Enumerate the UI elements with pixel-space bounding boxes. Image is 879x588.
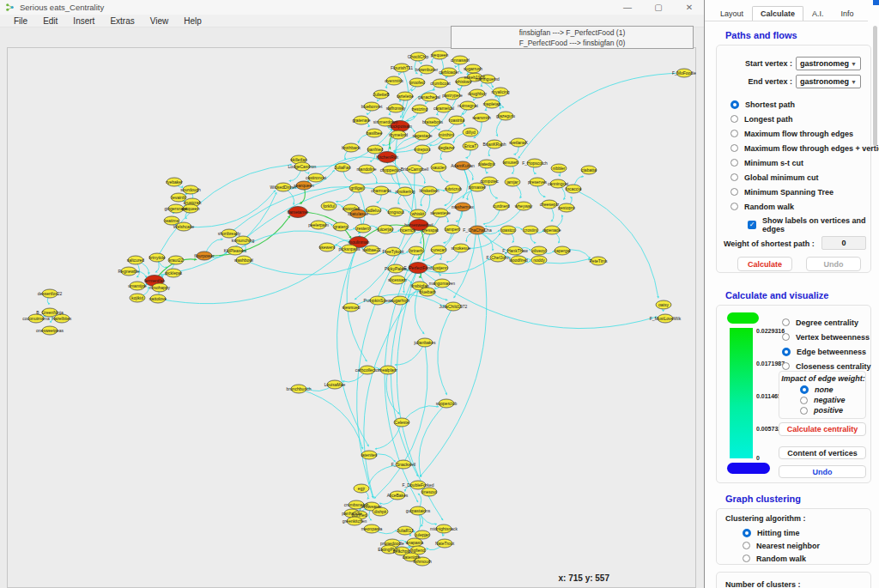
radio-icon xyxy=(743,542,750,549)
menu-help[interactable]: Help xyxy=(177,15,209,27)
undo-centrality-button[interactable]: Undo xyxy=(779,465,866,478)
graph-edge[interactable] xyxy=(299,389,363,449)
tab-info[interactable]: Info xyxy=(833,6,863,21)
radio-icon xyxy=(743,555,750,562)
path-info-line-2: F_PerfectFood ---> finsbigfan (0) xyxy=(452,38,693,48)
radio-icon xyxy=(730,188,738,196)
impact-option-none[interactable]: none xyxy=(800,385,846,395)
graph-node-label: kojikid xyxy=(131,295,143,300)
graph-node-label: F_DoubleForked xyxy=(402,482,433,488)
centrality-option-edge-betweenness[interactable]: Edge betweenness xyxy=(782,344,871,359)
tab-a-i[interactable]: A.I. xyxy=(803,6,833,21)
menu-insert[interactable]: Insert xyxy=(66,15,101,27)
impact-group: Impact of edge weight: nonenegativeposit… xyxy=(779,371,866,419)
maximize-icon[interactable]: ▢ xyxy=(652,3,664,12)
path-info-line-1: finsbigfan ---> F_PerfectFood (1) xyxy=(452,27,693,38)
graph-node-label: picklepat xyxy=(165,270,182,276)
calculate-button[interactable]: Calculate xyxy=(737,257,792,271)
graph-node-label: stirfried xyxy=(353,512,367,518)
centrality-option-degree-centrality[interactable]: Degree centrality xyxy=(782,315,871,330)
start-vertex-label: Start vertex : xyxy=(717,59,792,68)
end-vertex-select[interactable]: gastronomeg ▼ xyxy=(796,75,861,88)
graph-edge[interactable] xyxy=(518,73,684,158)
impact-option-label: negative xyxy=(814,396,846,404)
minimize-icon[interactable]: — xyxy=(621,3,633,12)
path-option-maximum-flow-through-edges[interactable]: Maximum flow through edges xyxy=(730,126,879,141)
path-option-minimum-s-t-cut[interactable]: Minimum s-t cut xyxy=(730,155,879,170)
graph-edge[interactable] xyxy=(463,166,468,198)
tab-calculate[interactable]: Calculate xyxy=(752,6,803,21)
clustering-option-hitting-time[interactable]: Hitting time xyxy=(743,526,820,539)
calculate-centrality-button[interactable]: Calculate centrality xyxy=(779,422,866,436)
graph-edge[interactable] xyxy=(573,189,658,298)
graph-edge[interactable] xyxy=(244,252,385,276)
path-option-label: Minimum s-t cut xyxy=(744,159,803,167)
path-options: Shortest pathLongest pathMaximum flow th… xyxy=(730,97,879,214)
graph-node-label: compotec xyxy=(480,179,499,184)
graph-node-label: meringuemd xyxy=(476,76,500,82)
graph-edge[interactable] xyxy=(337,242,369,446)
tab-layout[interactable]: Layout xyxy=(712,6,752,21)
graph-node-label: piequeen xyxy=(431,52,449,58)
network-graph[interactable]: dessertfox22B_GreenNinjacoconutmamahazel… xyxy=(7,47,696,588)
radio-icon xyxy=(800,397,808,404)
graph-node-label: tongsout xyxy=(387,209,404,215)
menu-edit[interactable]: Edit xyxy=(36,15,64,27)
graph-node-label: ciabatta xyxy=(581,167,597,173)
graph-node-label: ladleluv xyxy=(367,208,381,213)
impact-option-negative[interactable]: negative xyxy=(800,395,846,405)
graph-node-label: pitmaster xyxy=(469,185,487,190)
graph-node-label: searqueen xyxy=(294,183,314,188)
clustering-option-nearest-neighbor[interactable]: Nearest neighbor xyxy=(743,539,820,552)
graph-node-label: mashermax xyxy=(452,204,475,209)
graph-node-label: ryebaker xyxy=(166,179,183,185)
graph-node-label: finsbigfan xyxy=(410,283,429,288)
graph-node-label: homesweethstl xyxy=(404,222,433,227)
path-option-shortest-path[interactable]: Shortest path xyxy=(730,97,879,112)
radio-icon xyxy=(800,407,808,415)
clustering-option-random-walk[interactable]: Random walk xyxy=(743,552,820,565)
graph-edge[interactable] xyxy=(418,268,657,329)
graph-node-label: proofed xyxy=(410,80,425,85)
path-option-maximum-flow-through-edges-vertices[interactable]: Maximum flow through edges + vertices xyxy=(730,141,879,155)
show-labels-checkbox-row[interactable]: ✓ Show labels on vertices and edges xyxy=(748,216,870,233)
graph-node-label: graterg xyxy=(334,224,348,229)
graph-node-label: mirepoix xyxy=(415,147,431,152)
graph-edge[interactable] xyxy=(438,306,453,395)
checkbox-checked-icon[interactable]: ✓ xyxy=(748,221,756,229)
graph-node-label: ksmunching xyxy=(232,238,255,243)
scale-min-swatch xyxy=(727,463,770,474)
graph-node-label: castironcat xyxy=(306,175,327,180)
centrality-option-vertex-betweenness[interactable]: Vertex betweenness xyxy=(782,330,871,344)
close-icon[interactable]: ✕ xyxy=(683,3,695,12)
impact-option-positive[interactable]: positive xyxy=(800,405,846,415)
menu-file[interactable]: File xyxy=(7,15,34,27)
canvas-area: finsbigfan ---> F_PerfectFood (1) F_Perf… xyxy=(0,27,704,588)
path-option-longest-path[interactable]: Longest path xyxy=(730,112,879,126)
radio-icon xyxy=(730,144,738,152)
graph-node-label: AliceBakes xyxy=(387,493,409,498)
path-option-label: Longest path xyxy=(744,115,793,124)
impact-option-label: positive xyxy=(814,406,843,415)
weight-input[interactable]: 0 xyxy=(821,236,866,250)
graph-node-label: brothbank xyxy=(342,145,361,150)
graph-node-label: basilbee xyxy=(367,130,383,136)
title-bar: Serious eats_Centrality — ▢ ✕ xyxy=(0,0,704,15)
start-vertex-select[interactable]: gastronomeg ▼ xyxy=(796,57,861,70)
clustering-options: Hitting timeNearest neighborRandom walk xyxy=(743,526,820,565)
menu-extras[interactable]: Extras xyxy=(103,15,141,27)
graph-node-label: gratenate xyxy=(352,118,370,123)
content-of-vertices-button[interactable]: Content of vertices xyxy=(779,446,866,459)
graph-node-label: nibbler xyxy=(552,166,565,171)
path-option-global-minimum-cut[interactable]: Global minimum cut xyxy=(730,170,879,185)
menu-view[interactable]: View xyxy=(143,15,176,27)
graph-node-label: latenites xyxy=(361,452,378,458)
path-option-random-walk[interactable]: Random walk xyxy=(730,199,879,214)
graph-node-label: FlourishT11 xyxy=(391,65,413,70)
path-option-minimum-spanning-tree[interactable]: Minimum Spanning Tree xyxy=(730,185,879,199)
graph-node-label: ricerrick xyxy=(400,227,415,233)
graph-node-label: dillyd xyxy=(465,130,476,135)
undo-button[interactable]: Undo xyxy=(806,257,861,271)
chevron-down-icon: ▼ xyxy=(851,61,857,67)
radio-icon xyxy=(730,100,739,109)
